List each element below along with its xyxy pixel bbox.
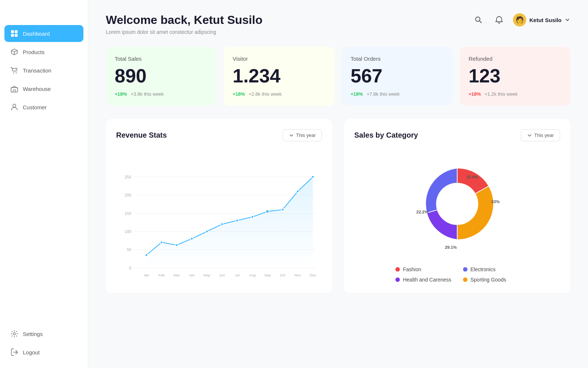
- revenue-filter-button[interactable]: This year: [283, 129, 322, 141]
- legend-item-sporting: Sporting Goods: [463, 277, 519, 283]
- svg-text:Dec: Dec: [310, 273, 316, 277]
- page-header: Welcome back, Ketut Susilo Lorem ipsum d…: [106, 13, 570, 35]
- svg-text:Mar: Mar: [173, 273, 180, 277]
- gear-icon: [10, 330, 18, 338]
- svg-text:0: 0: [129, 266, 131, 270]
- header-text: Welcome back, Ketut Susilo Lorem ipsum d…: [106, 13, 262, 35]
- sidebar-item-products[interactable]: Products: [4, 43, 83, 60]
- stat-cards: Total Sales 890 +18% +3.8k this week Vis…: [106, 47, 570, 106]
- legend-label-fashion: Fashion: [403, 266, 421, 272]
- svg-point-46: [297, 190, 299, 193]
- stat-label-visitor: Visitor: [233, 56, 326, 62]
- svg-text:29.1%: 29.1%: [445, 245, 457, 250]
- person-icon: [10, 103, 18, 111]
- stat-week-total-orders: +7.8k this week: [367, 91, 400, 97]
- svg-text:200: 200: [125, 193, 131, 197]
- main-content: Welcome back, Ketut Susilo Lorem ipsum d…: [88, 0, 588, 368]
- sidebar-item-settings-label: Settings: [23, 331, 43, 337]
- svg-text:Nov: Nov: [294, 273, 301, 277]
- svg-rect-2: [11, 34, 14, 37]
- revenue-line-chart: 250 200 150 100 50 0 Jan Feb Mar Apr May…: [116, 149, 322, 302]
- svg-point-4: [13, 72, 14, 74]
- sidebar-item-logout-label: Logout: [23, 349, 40, 355]
- revenue-filter-label: This year: [296, 132, 316, 138]
- svg-text:Feb: Feb: [158, 273, 165, 277]
- sidebar-item-customer-label: Customer: [23, 104, 47, 110]
- svg-point-41: [221, 223, 223, 226]
- category-filter-label: This year: [534, 132, 554, 138]
- stat-card-refunded: Refunded 123 +18% +1.2k this week: [460, 47, 570, 106]
- logout-icon: [10, 348, 18, 356]
- svg-point-40: [206, 230, 208, 233]
- category-filter-button[interactable]: This year: [521, 129, 560, 141]
- sidebar-item-transaction[interactable]: Transaction: [4, 62, 83, 79]
- svg-point-48: [436, 183, 478, 225]
- svg-point-39: [191, 237, 193, 240]
- sidebar-item-warehouse-label: Warehouse: [23, 86, 51, 92]
- stat-footer-total-sales: +18% +3.8k this week: [115, 91, 208, 97]
- svg-text:Jun: Jun: [219, 273, 225, 277]
- legend-label-sporting: Sporting Goods: [470, 277, 506, 283]
- sidebar-item-customer[interactable]: Customer: [4, 99, 83, 116]
- svg-text:15.8%: 15.8%: [466, 175, 478, 179]
- stat-change-total-sales: +18%: [115, 91, 127, 97]
- svg-point-5: [16, 72, 17, 74]
- notifications-button[interactable]: [492, 13, 506, 26]
- stat-value-visitor: 1.234: [233, 66, 326, 85]
- legend-label-health: Health and Careness: [403, 277, 451, 283]
- revenue-stats-title: Revenue Stats: [116, 131, 167, 139]
- sidebar: Dashboard Products Transaction: [0, 0, 88, 368]
- stat-card-total-orders: Total Orders 567 +18% +7.8k this week: [342, 47, 452, 106]
- sidebar-item-transaction-label: Transaction: [23, 67, 51, 74]
- svg-text:Sep: Sep: [264, 273, 271, 277]
- svg-text:22.2%: 22.2%: [416, 210, 429, 214]
- svg-point-38: [175, 244, 178, 247]
- svg-rect-0: [11, 30, 14, 33]
- sidebar-nav: Dashboard Products Transaction: [4, 25, 83, 325]
- warehouse-icon: [10, 85, 18, 93]
- user-name: Ketut Susilo: [529, 17, 562, 23]
- sales-category-title: Sales by Category: [354, 131, 418, 139]
- sidebar-item-warehouse[interactable]: Warehouse: [4, 80, 83, 97]
- svg-text:May: May: [204, 273, 211, 277]
- sidebar-item-logout[interactable]: Logout: [4, 344, 83, 361]
- stat-value-total-orders: 567: [351, 66, 444, 85]
- chevron-down-icon: [564, 17, 570, 23]
- svg-point-10: [476, 17, 480, 21]
- legend-dot-sporting: [463, 277, 467, 282]
- stat-footer-refunded: +18% +1.2k this week: [469, 91, 562, 97]
- legend-dot-health: [395, 277, 400, 282]
- stat-label-total-sales: Total Sales: [115, 56, 208, 62]
- svg-text:Apr: Apr: [189, 273, 195, 277]
- svg-point-47: [312, 176, 314, 178]
- svg-text:50: 50: [127, 248, 131, 252]
- sidebar-logo: [4, 7, 83, 16]
- legend-label-electronics: Electronics: [470, 266, 495, 272]
- svg-text:250: 250: [125, 175, 131, 179]
- stat-value-refunded: 123: [469, 66, 562, 85]
- chevron-down-icon: [527, 133, 532, 138]
- cart-icon: [10, 66, 18, 74]
- stat-change-visitor: +18%: [233, 91, 245, 97]
- legend-item-fashion: Fashion: [395, 266, 451, 272]
- sidebar-item-settings[interactable]: Settings: [4, 325, 83, 342]
- user-profile[interactable]: 🧑 Ketut Susilo: [513, 13, 570, 26]
- legend-dot-electronics: [463, 267, 467, 272]
- revenue-stats-header: Revenue Stats This year: [116, 129, 322, 141]
- legend-dot-fashion: [395, 267, 400, 272]
- svg-point-44: [266, 210, 269, 213]
- stat-label-total-orders: Total Orders: [351, 56, 444, 62]
- donut-legend: Fashion Electronics Health and Careness …: [395, 266, 519, 283]
- svg-text:Oct: Oct: [280, 273, 286, 277]
- stat-week-total-sales: +3.8k this week: [131, 91, 164, 97]
- stat-footer-total-orders: +18% +7.8k this week: [351, 91, 444, 97]
- search-button[interactable]: [472, 13, 485, 26]
- donut-chart: 15.8% 33% 22.2% 29.1%: [402, 149, 512, 259]
- stat-week-refunded: +1.2k this week: [485, 91, 518, 97]
- sidebar-bottom: Settings Logout: [4, 325, 83, 361]
- box-icon: [10, 48, 18, 56]
- page-title: Welcome back, Ketut Susilo: [106, 13, 262, 27]
- svg-point-37: [160, 241, 163, 244]
- sidebar-item-dashboard[interactable]: Dashboard: [4, 25, 83, 42]
- stat-change-total-orders: +18%: [351, 91, 363, 97]
